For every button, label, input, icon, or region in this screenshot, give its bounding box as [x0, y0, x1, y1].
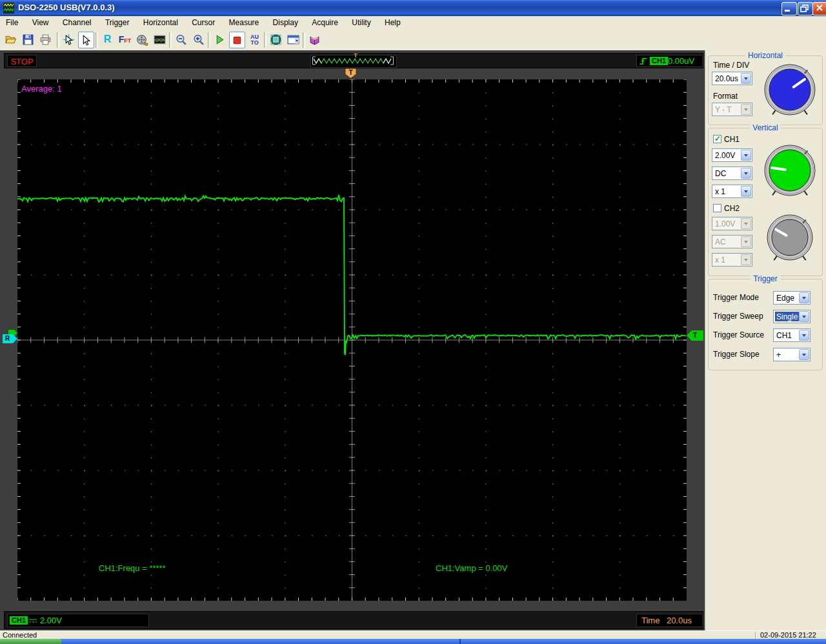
cursor-measure-button[interactable]	[61, 32, 77, 48]
select-cursor-button[interactable]	[78, 32, 94, 48]
zoom-in-button[interactable]	[190, 32, 206, 48]
trigger-level-value: 0.00uV	[668, 56, 694, 66]
print-icon	[39, 34, 52, 46]
ch1-position-knob[interactable]	[759, 139, 821, 206]
dropdown-arrow-icon[interactable]	[741, 168, 751, 179]
dropdown-arrow-icon	[741, 254, 751, 265]
top-status-strip: STOP T CH1 0.00uV	[4, 53, 703, 68]
ch2-checkbox-label: CH2	[724, 204, 740, 213]
ch1-volts-per-div: 2.00V	[40, 616, 62, 625]
autoset-button[interactable]: AUTO	[247, 32, 263, 48]
dropdown-arrow-icon	[741, 218, 751, 229]
trigger-slope-select[interactable]: +	[773, 348, 811, 361]
save-button[interactable]	[20, 32, 36, 48]
ch1-badge: CH1	[10, 616, 28, 625]
waveform-view-button[interactable]	[152, 32, 168, 48]
menu-cursor[interactable]: Cursor	[186, 16, 221, 30]
dropdown-arrow-icon[interactable]	[741, 73, 751, 84]
film-reel-icon	[136, 34, 148, 46]
trigger-group-title: Trigger	[750, 274, 780, 283]
toolbar-separator	[208, 32, 210, 48]
vertical-group-title: Vertical	[750, 123, 780, 132]
close-button[interactable]	[812, 2, 826, 15]
time-value: 20.0us	[667, 616, 692, 625]
window-layout-button[interactable]	[285, 32, 301, 48]
minimize-button[interactable]	[781, 2, 797, 15]
stop-icon	[231, 34, 243, 46]
menu-utility[interactable]: Utility	[346, 16, 376, 30]
trigger-sweep-select[interactable]: Single	[773, 310, 811, 323]
dropdown-arrow-icon	[741, 104, 751, 115]
start-button[interactable]	[212, 32, 228, 48]
ch1-checkbox-label: CH1	[724, 135, 740, 144]
help-button[interactable]	[307, 32, 323, 48]
menu-channel[interactable]: Channel	[57, 16, 97, 30]
fullscreen-button[interactable]	[268, 32, 284, 48]
trigger-mode-label: Trigger Mode	[713, 293, 759, 302]
menu-measure[interactable]: Measure	[223, 16, 265, 30]
ch2-probe-select: x 1	[712, 253, 752, 267]
open-button[interactable]	[3, 32, 19, 48]
reference-marker[interactable]: R	[3, 334, 17, 343]
print-button[interactable]	[37, 32, 54, 48]
restore-button[interactable]	[798, 2, 813, 15]
menu-help[interactable]: Help	[379, 16, 407, 30]
menu-horizontal[interactable]: Horizontal	[137, 16, 184, 30]
scope-display[interactable]: Average: 1 CH1:Frequ = ***** CH1:Vamp = …	[17, 79, 687, 601]
trigger-source-select[interactable]: CH1	[773, 328, 811, 342]
toolbar-separator	[96, 32, 98, 48]
trigger-position-marker[interactable]: T	[345, 68, 356, 78]
dropdown-arrow-icon[interactable]	[741, 150, 751, 161]
play-icon	[214, 34, 226, 46]
windows-taskbar[interactable]	[0, 639, 826, 644]
dropdown-arrow-icon[interactable]	[741, 186, 751, 197]
stop-acquire-button[interactable]	[229, 32, 245, 48]
menu-acquire[interactable]: Acquire	[306, 16, 344, 30]
dropdown-arrow-icon[interactable]	[799, 292, 809, 303]
menu-file[interactable]: File	[0, 16, 24, 30]
datetime-status: 02-09-2015 21:22	[760, 631, 816, 639]
dropdown-arrow-icon[interactable]	[799, 311, 809, 322]
fit-screen-icon	[270, 34, 282, 46]
menu-display[interactable]: Display	[267, 16, 304, 30]
record-button[interactable]	[134, 32, 150, 48]
ch1-probe-select[interactable]: x 1	[712, 185, 752, 198]
dc-coupling-icon	[28, 618, 37, 624]
preview-trigger-marker[interactable]: T	[351, 52, 360, 59]
dropdown-arrow-icon	[741, 236, 751, 247]
zoom-out-button[interactable]	[173, 32, 189, 48]
average-label: Average: 1	[21, 84, 62, 94]
start-button-sliver[interactable]	[0, 639, 61, 644]
toolbar-separator	[303, 32, 305, 48]
trigger-channel-badge: CH1	[650, 57, 668, 65]
time-label: Time	[641, 616, 660, 625]
ch1-vamp-readout: CH1:Vamp = 0.00V	[436, 563, 507, 573]
app-icon	[3, 3, 14, 14]
trigger-level-marker[interactable]: T	[687, 330, 703, 341]
connection-status: Connected	[3, 631, 37, 639]
fft-button[interactable]: FFT	[117, 32, 133, 48]
run-stop-indicator: STOP	[7, 55, 37, 67]
open-folder-icon	[5, 34, 17, 46]
menu-trigger[interactable]: Trigger	[99, 16, 136, 30]
title-bar: DSO-2250 USB(V7.0.0.3)	[0, 0, 826, 16]
auto-icon: AUTO	[250, 34, 259, 46]
ch2-position-knob[interactable]	[761, 209, 818, 270]
menu-view[interactable]: View	[26, 16, 55, 30]
ch1-volt-select[interactable]: 2.00V	[712, 148, 752, 162]
ch2-checkbox[interactable]	[713, 204, 721, 212]
time-div-label: Time / DIV	[713, 61, 749, 70]
ch1-coupling-select[interactable]: DC	[712, 166, 752, 180]
reference-button[interactable]: R	[99, 32, 116, 48]
time-div-select[interactable]: 20.0us	[712, 72, 752, 85]
horizontal-knob[interactable]	[759, 59, 821, 125]
ch1-frequency-readout: CH1:Frequ = *****	[99, 563, 166, 573]
ch1-checkbox[interactable]	[713, 135, 721, 143]
dropdown-arrow-icon[interactable]	[799, 349, 809, 360]
trigger-mode-select[interactable]: Edge	[773, 291, 811, 305]
stop-status-label: STOP	[8, 56, 36, 67]
trigger-source-label: Trigger Source	[713, 330, 764, 339]
format-select: Y - T	[712, 103, 752, 116]
toolbar-separator	[264, 32, 267, 48]
dropdown-arrow-icon[interactable]	[799, 330, 809, 341]
